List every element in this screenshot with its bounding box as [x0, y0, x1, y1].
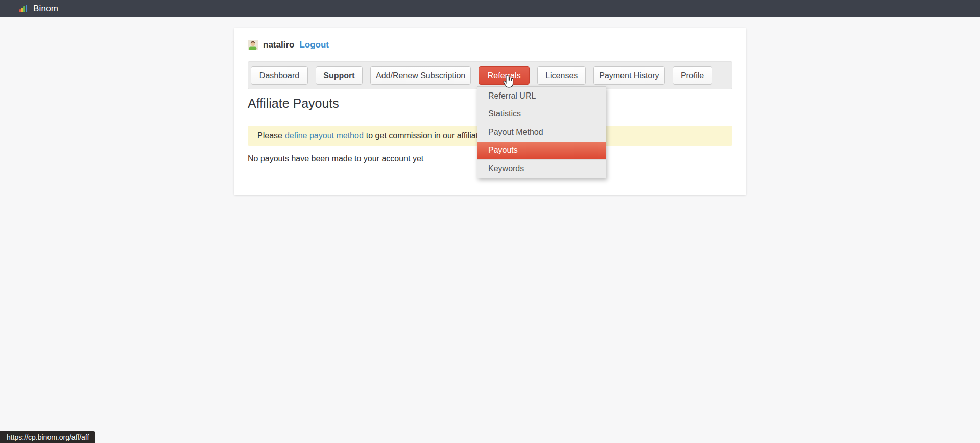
page-title: Affiliate Payouts	[248, 96, 339, 111]
main-nav: Dashboard Support Add/Renew Subscription…	[248, 61, 732, 89]
menu-item-payout-method[interactable]: Payout Method	[477, 123, 606, 142]
user-avatar-icon	[248, 40, 258, 50]
define-payout-method-link[interactable]: define payout method	[285, 131, 364, 141]
no-payouts-message: No payouts have been made to your accoun…	[248, 154, 423, 164]
link-preview-tooltip: https://cp.binom.org/aff/aff	[0, 431, 95, 443]
bar-chart-logo-icon	[19, 5, 27, 12]
logout-link[interactable]: Logout	[299, 40, 329, 50]
menu-item-keywords[interactable]: Keywords	[477, 159, 606, 178]
nav-tab-dashboard[interactable]: Dashboard	[251, 66, 308, 85]
username: nataliro	[263, 40, 294, 50]
nav-tab-profile[interactable]: Profile	[673, 66, 712, 85]
binom-logo[interactable]: Binom	[19, 4, 58, 14]
notice-prefix: Please	[257, 131, 282, 141]
hand-cursor-icon	[502, 75, 515, 90]
user-row: nataliro Logout	[248, 39, 329, 51]
menu-item-referral-url[interactable]: Referral URL	[477, 87, 606, 105]
topbar: Binom	[0, 0, 980, 17]
menu-item-payouts[interactable]: Payouts	[477, 142, 606, 160]
menu-item-statistics[interactable]: Statistics	[477, 105, 606, 124]
referrals-dropdown-menu: Referral URL Statistics Payout Method Pa…	[477, 86, 606, 178]
nav-tab-licenses[interactable]: Licenses	[537, 66, 586, 85]
nav-tab-payment-history[interactable]: Payment History	[593, 66, 664, 85]
nav-tab-add-renew-subscription[interactable]: Add/Renew Subscription	[370, 66, 471, 85]
link-preview-url: https://cp.binom.org/aff/aff	[7, 433, 89, 441]
brand-name: Binom	[33, 4, 58, 14]
nav-tab-support[interactable]: Support	[316, 66, 363, 85]
